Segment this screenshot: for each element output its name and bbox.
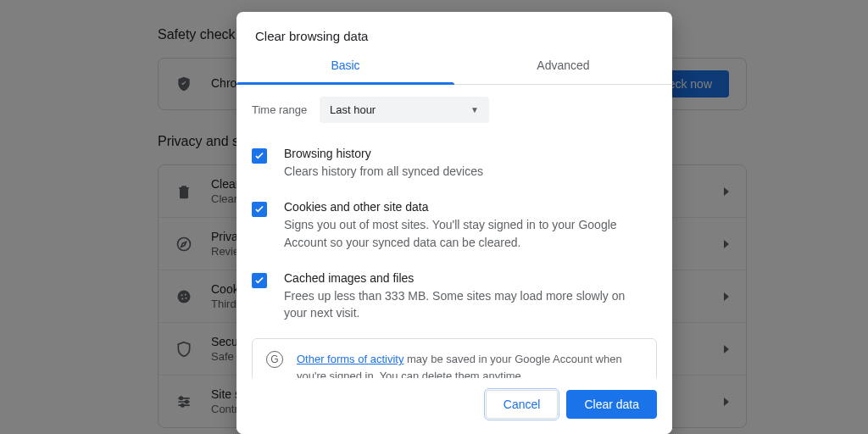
option-title: Cached images and files [284, 271, 640, 285]
info-text: Other forms of activity may be saved in … [297, 351, 643, 378]
option-title: Cookies and other site data [284, 200, 640, 214]
time-range-label: Time range [252, 103, 320, 116]
dialog-title: Clear browsing data [236, 12, 672, 58]
google-icon: G [266, 351, 283, 368]
checkbox-checked-icon[interactable] [252, 273, 267, 288]
other-activity-link[interactable]: Other forms of activity [297, 353, 403, 365]
option-sub: Signs you out of most sites. You'll stay… [284, 216, 640, 251]
cancel-button[interactable]: Cancel [486, 390, 559, 419]
clear-data-button[interactable]: Clear data [566, 390, 657, 419]
time-range-value: Last hour [330, 103, 376, 116]
option-sub: Frees up less than 333 MB. Some sites ma… [284, 287, 640, 322]
option-title: Browsing history [284, 147, 640, 160]
checkbox-checked-icon[interactable] [252, 202, 267, 217]
tab-advanced[interactable]: Advanced [454, 58, 672, 84]
option-browsing-history[interactable]: Browsing history Clears history from all… [252, 142, 657, 195]
google-account-info: G Other forms of activity may be saved i… [252, 338, 657, 378]
dialog-tabs: Basic Advanced [236, 58, 672, 85]
dialog-body[interactable]: Time range Last hour ▼ Browsing history … [236, 85, 672, 378]
option-cache[interactable]: Cached images and files Frees up less th… [252, 266, 657, 337]
dialog-actions: Cancel Clear data [236, 378, 672, 434]
option-sub: Clears history from all synced devices [284, 163, 640, 180]
clear-browsing-data-dialog: Clear browsing data Basic Advanced Time … [236, 12, 672, 434]
chevron-down-icon: ▼ [470, 105, 479, 114]
time-range-select[interactable]: Last hour ▼ [320, 97, 489, 123]
option-cookies[interactable]: Cookies and other site data Signs you ou… [252, 195, 657, 266]
checkbox-checked-icon[interactable] [252, 148, 267, 164]
time-range-row: Time range Last hour ▼ [252, 97, 657, 123]
tab-basic[interactable]: Basic [236, 58, 454, 84]
